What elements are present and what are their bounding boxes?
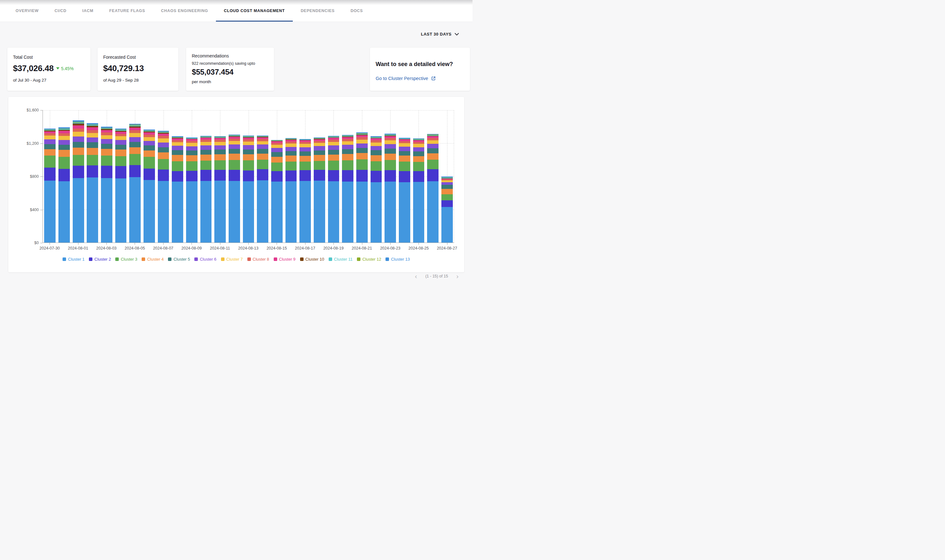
stacked-bar[interactable] (271, 110, 283, 243)
bar-segment[interactable] (229, 149, 240, 154)
bar-segment[interactable] (158, 136, 169, 138)
bar-segment[interactable] (257, 154, 268, 160)
stacked-bar[interactable] (243, 110, 254, 243)
bar-segment[interactable] (442, 200, 453, 207)
stacked-bar[interactable] (257, 110, 268, 243)
bar-segment[interactable] (158, 138, 169, 143)
bar-segment[interactable] (427, 138, 439, 140)
bar-segment[interactable] (371, 182, 382, 243)
bar-segment[interactable] (285, 143, 297, 147)
bar-segment[interactable] (129, 128, 141, 130)
stacked-bar[interactable] (214, 110, 226, 243)
bar-segment[interactable] (413, 147, 425, 151)
bar-segment[interactable] (271, 148, 283, 152)
bar-segment[interactable] (399, 162, 410, 171)
bar-segment[interactable] (427, 153, 439, 160)
bar-segment[interactable] (399, 151, 410, 156)
bar-segment[interactable] (73, 125, 84, 129)
bar-segment[interactable] (413, 144, 425, 147)
bar-segment[interactable] (87, 130, 98, 133)
bar-segment[interactable] (101, 144, 112, 149)
bar-segment[interactable] (257, 160, 268, 169)
stacked-bar[interactable] (158, 110, 169, 243)
bar-segment[interactable] (87, 133, 98, 137)
bar-segment[interactable] (342, 160, 353, 170)
bar-segment[interactable] (101, 155, 112, 166)
legend-item[interactable]: Cluster 11 (329, 257, 352, 262)
stacked-bar[interactable] (186, 110, 197, 243)
bar-segment[interactable] (44, 168, 55, 180)
bar-segment[interactable] (73, 142, 84, 148)
bar-segment[interactable] (58, 157, 70, 169)
bar-segment[interactable] (87, 165, 98, 178)
bar-segment[interactable] (271, 163, 283, 171)
bar-segment[interactable] (299, 181, 311, 243)
stacked-bar[interactable] (413, 110, 425, 243)
bar-segment[interactable] (385, 182, 396, 243)
bar-segment[interactable] (371, 146, 382, 151)
bar-segment[interactable] (172, 171, 183, 182)
bar-segment[interactable] (314, 151, 325, 155)
bar-segment[interactable] (243, 142, 254, 145)
bar-segment[interactable] (257, 149, 268, 154)
bar-segment[interactable] (115, 134, 127, 137)
tab-cloud-cost-management[interactable]: CLOUD COST MANAGEMENT (216, 0, 293, 22)
bar-segment[interactable] (158, 181, 169, 243)
bar-segment[interactable] (271, 152, 283, 157)
bar-segment[interactable] (115, 166, 127, 178)
tab-dependencies[interactable]: DEPENDENCIES (293, 0, 343, 22)
bar-segment[interactable] (285, 162, 297, 171)
bar-segment[interactable] (44, 181, 55, 243)
bar-segment[interactable] (328, 155, 339, 161)
bar-segment[interactable] (129, 177, 141, 243)
legend-item[interactable]: Cluster 6 (194, 257, 216, 262)
tab-chaos-engineering[interactable]: CHAOS ENGINEERING (153, 0, 216, 22)
bar-segment[interactable] (44, 133, 55, 135)
bar-segment[interactable] (342, 154, 353, 160)
bar-segment[interactable] (314, 170, 325, 181)
bar-segment[interactable] (271, 171, 283, 182)
bar-segment[interactable] (143, 141, 155, 145)
bar-segment[interactable] (257, 145, 268, 149)
bar-segment[interactable] (442, 194, 453, 200)
bar-segment[interactable] (101, 135, 112, 139)
bar-segment[interactable] (101, 149, 112, 155)
bar-segment[interactable] (371, 171, 382, 182)
legend-item[interactable]: Cluster 10 (300, 257, 324, 262)
bar-segment[interactable] (229, 145, 240, 149)
bar-segment[interactable] (385, 149, 396, 154)
legend-item[interactable]: Cluster 2 (89, 257, 111, 262)
bar-segment[interactable] (129, 137, 141, 142)
bar-segment[interactable] (243, 171, 254, 181)
bar-segment[interactable] (299, 147, 311, 151)
bar-segment[interactable] (172, 140, 183, 143)
bar-segment[interactable] (143, 145, 155, 151)
bar-segment[interactable] (200, 155, 212, 161)
bar-segment[interactable] (399, 155, 410, 162)
stacked-bar[interactable] (58, 110, 70, 243)
bar-segment[interactable] (186, 143, 197, 146)
stacked-bar[interactable] (172, 110, 183, 243)
bar-segment[interactable] (243, 154, 254, 161)
bar-segment[interactable] (356, 153, 368, 159)
bar-segment[interactable] (271, 182, 283, 243)
bar-segment[interactable] (385, 140, 396, 144)
bar-segment[interactable] (200, 170, 212, 181)
bar-segment[interactable] (385, 154, 396, 160)
bar-segment[interactable] (44, 149, 55, 155)
bar-segment[interactable] (243, 149, 254, 154)
bar-segment[interactable] (115, 156, 127, 166)
bar-segment[interactable] (143, 157, 155, 168)
bar-segment[interactable] (73, 129, 84, 132)
bar-segment[interactable] (229, 139, 240, 141)
bar-segment[interactable] (158, 147, 169, 152)
bar-segment[interactable] (58, 140, 70, 145)
bar-segment[interactable] (399, 182, 410, 243)
date-range-selector[interactable]: LAST 30 DAYS (421, 32, 459, 37)
bar-segment[interactable] (427, 144, 439, 148)
tab-iacm[interactable]: IACM (74, 0, 101, 22)
bar-segment[interactable] (229, 181, 240, 243)
bar-segment[interactable] (328, 181, 339, 243)
bar-segment[interactable] (243, 160, 254, 170)
bar-segment[interactable] (87, 148, 98, 155)
